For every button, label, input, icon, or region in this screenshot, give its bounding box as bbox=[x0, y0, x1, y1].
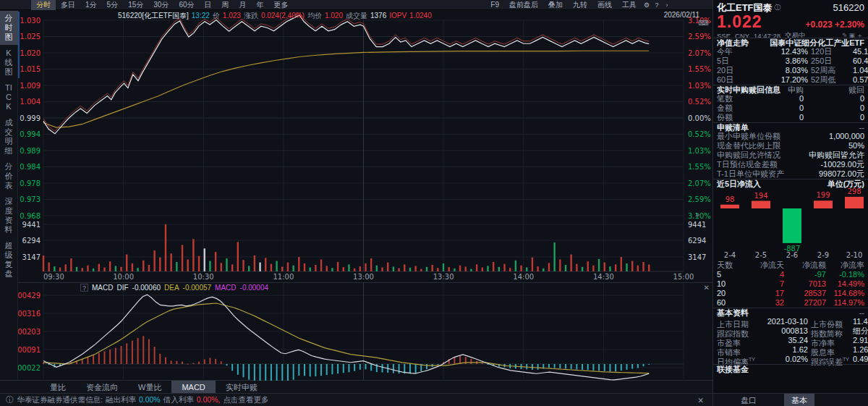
flow-th-netdays: 净流天 bbox=[744, 261, 784, 270]
flow-td-amount: 28537 bbox=[784, 289, 826, 298]
sidebar-view-tab[interactable]: 成交明细 bbox=[0, 115, 18, 158]
indicator-tab[interactable]: 实时申赎 bbox=[216, 381, 268, 394]
status-text: 融出利率 bbox=[106, 395, 136, 404]
svg-text:1.025: 1.025 bbox=[20, 33, 41, 41]
period-tab[interactable]: 分时 bbox=[31, 0, 56, 10]
flow-unit: 单位(万元) bbox=[827, 179, 864, 188]
toolbar-action[interactable]: 画线 bbox=[592, 0, 617, 10]
period-tab[interactable]: 多日 bbox=[56, 0, 80, 10]
view-sidebar: 分时图 K线图 TICK 成交明细 bbox=[0, 10, 18, 380]
indicator-tab[interactable]: 资金流向 bbox=[76, 381, 128, 394]
chart-info-value: 涨跌 bbox=[244, 12, 258, 20]
list-row-value: 50% bbox=[848, 141, 864, 151]
scrollbar-thumb[interactable] bbox=[18, 12, 20, 78]
period-tab[interactable]: 60分 bbox=[174, 0, 199, 10]
flow-td-rate: 14.49% bbox=[826, 279, 864, 289]
flow-th-rate: 净流率 bbox=[826, 261, 864, 270]
status-close-icon[interactable]: ✕ bbox=[697, 396, 704, 405]
nav-row: 今年 12.43% 120日 45.17% bbox=[713, 47, 868, 56]
indicator-tab[interactable]: 量比 bbox=[40, 381, 76, 394]
rt-row-label: 份额 bbox=[717, 113, 762, 122]
toolbar-action[interactable]: 工具 bbox=[617, 0, 642, 10]
sidebar-view-tab[interactable]: 超级复盘 bbox=[0, 238, 18, 282]
list-row-label: T日预估现金差额 bbox=[717, 160, 820, 169]
svg-text:10:00: 10:00 bbox=[113, 273, 134, 281]
period-tab[interactable]: 月 bbox=[234, 0, 252, 10]
status-text: 点击查看更多 bbox=[223, 395, 268, 404]
sidebar-view-tab[interactable]: K线图 bbox=[0, 46, 18, 80]
chevron-right-icon[interactable]: › bbox=[662, 1, 672, 9]
flow-table-row: 60 32 27207 114.97% bbox=[713, 298, 868, 308]
settings-gear-icon[interactable]: ⚙ bbox=[642, 1, 652, 9]
period-tab[interactable]: 15分 bbox=[123, 0, 148, 10]
svg-text:1.03%: 1.03% bbox=[688, 82, 711, 90]
status-message[interactable]: 华泰证券融券通供需信息:融出利率0.00%借入利率0.00%,点击查看更多 bbox=[17, 395, 272, 405]
intraday-price-chart[interactable]: 1.0303.10%1.0252.59%1.0202.07%1.0151.55%… bbox=[18, 10, 712, 282]
period-toolbar: 分时 多日 1分 5分 15分 30分 60分 日 周 月 bbox=[0, 0, 712, 10]
svg-text:9441: 9441 bbox=[22, 221, 41, 229]
toolbar-action[interactable]: F9 bbox=[485, 0, 504, 10]
stock-info-icon[interactable]: ⓘ bbox=[775, 3, 833, 12]
quote-header: 化工ETF国泰 ⓘ 516220 1.022 +0.023 +2.30% SSE… bbox=[713, 0, 868, 38]
rt-row-label: 笔数 bbox=[717, 94, 762, 103]
basic-title: 基本资料 bbox=[717, 308, 859, 317]
toolbar-action[interactable]: 九转 bbox=[568, 0, 592, 10]
sidebar-view-tab[interactable]: TICK bbox=[0, 80, 18, 114]
keyboard-icon[interactable]: ⌨ bbox=[699, 19, 709, 27]
svg-text:1.020: 1.020 bbox=[20, 49, 41, 57]
sidebar-view-tab[interactable]: 分时图 bbox=[0, 11, 18, 45]
flow-td-days: 20 bbox=[717, 289, 744, 298]
period-tab[interactable]: 年 bbox=[252, 0, 269, 10]
period-tab[interactable]: 更多 bbox=[269, 0, 294, 10]
macd-help-icon[interactable]: ? bbox=[80, 284, 88, 292]
toolbar-action[interactable]: 盘前盘后 bbox=[504, 0, 543, 10]
period-tab[interactable]: 30分 bbox=[148, 0, 174, 10]
nav-row: 20日 8.03% 52周高 1.04 bbox=[713, 66, 868, 75]
period-tab[interactable]: 1分 bbox=[80, 0, 102, 10]
svg-text:0.968: 0.968 bbox=[20, 212, 41, 220]
price-change: +0.023 +2.30% bbox=[806, 20, 864, 30]
help-icon[interactable]: ? bbox=[652, 1, 662, 9]
period-tabs: 分时 多日 1分 5分 15分 30分 60分 日 周 月 bbox=[31, 0, 294, 10]
macd-close-icon[interactable]: ✕ bbox=[704, 284, 710, 292]
flow-td-netdays: 7 bbox=[744, 279, 784, 289]
indicator-tab[interactable]: MACD bbox=[171, 381, 215, 394]
period-tab[interactable]: 5分 bbox=[102, 0, 124, 10]
nav-row-label2: 250日 bbox=[808, 56, 853, 66]
period-tab[interactable]: 日 bbox=[200, 0, 217, 10]
svg-text:0.00%: 0.00% bbox=[688, 114, 711, 122]
macd-value: MACD bbox=[92, 284, 113, 292]
list-section-header: 申赎清单 -- bbox=[713, 122, 868, 132]
chart-info-value: IOPV bbox=[389, 12, 407, 20]
rt-row: 金额 0 0 bbox=[713, 103, 868, 113]
list-row-label: 申购赎回允许情况 bbox=[717, 151, 809, 160]
quote-panel-tab[interactable]: 盘口 bbox=[733, 394, 764, 406]
period-tab[interactable]: 周 bbox=[217, 0, 234, 10]
svg-text:0.52%: 0.52% bbox=[688, 130, 711, 138]
quote-panel-tabs: 盘口 基本 bbox=[713, 393, 868, 406]
flow-td-days: 60 bbox=[717, 298, 744, 308]
flow-td-rate: 114.68% bbox=[826, 289, 864, 298]
quote-panel-tab[interactable]: 基本 bbox=[784, 394, 814, 406]
macd-chart[interactable]: 0.004290.003160.002030.00091-0.00022 bbox=[18, 283, 712, 381]
svg-text:13:00: 13:00 bbox=[353, 273, 374, 281]
nav-row-label2: 120日 bbox=[808, 47, 853, 56]
sidebar-view-label: TICK bbox=[4, 83, 14, 111]
svg-text:2-4: 2-4 bbox=[724, 251, 736, 259]
svg-text:0.984: 0.984 bbox=[20, 163, 41, 171]
sidebar-view-tab[interactable]: 分价表 bbox=[0, 159, 18, 193]
svg-text:3147: 3147 bbox=[22, 253, 41, 261]
basic-more[interactable]: -- bbox=[859, 308, 864, 317]
svg-text:-0.00022: -0.00022 bbox=[18, 364, 41, 372]
list-more[interactable]: -- bbox=[859, 123, 864, 132]
indicator-tab[interactable]: W量比 bbox=[128, 381, 171, 394]
panel-expand-icon[interactable]: » bbox=[695, 210, 699, 219]
macd-value: DIF bbox=[116, 284, 128, 292]
sidebar-view-tab[interactable]: 深度资料 bbox=[0, 194, 18, 237]
status-text: 0.00% bbox=[139, 395, 161, 404]
toolbar-action[interactable]: 叠加 bbox=[543, 0, 568, 10]
flow-th-amount: 净流额 bbox=[784, 261, 826, 270]
list-row-label: 现金替代比例上限 bbox=[717, 141, 848, 151]
flow-td-amount: 27207 bbox=[784, 298, 826, 308]
flow-table-header: 天数 净流天 净流额 净流率 bbox=[713, 261, 868, 270]
